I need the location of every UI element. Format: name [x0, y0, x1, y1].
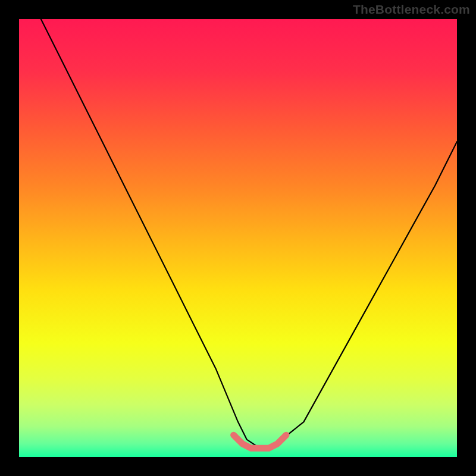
- brand-watermark: TheBottleneck.com: [353, 2, 470, 17]
- chart-frame: TheBottleneck.com: [0, 0, 476, 476]
- curve-layer: [19, 19, 457, 457]
- plot-area: [19, 19, 457, 457]
- bottleneck-curve: [41, 19, 457, 448]
- valley-highlight: [234, 435, 286, 448]
